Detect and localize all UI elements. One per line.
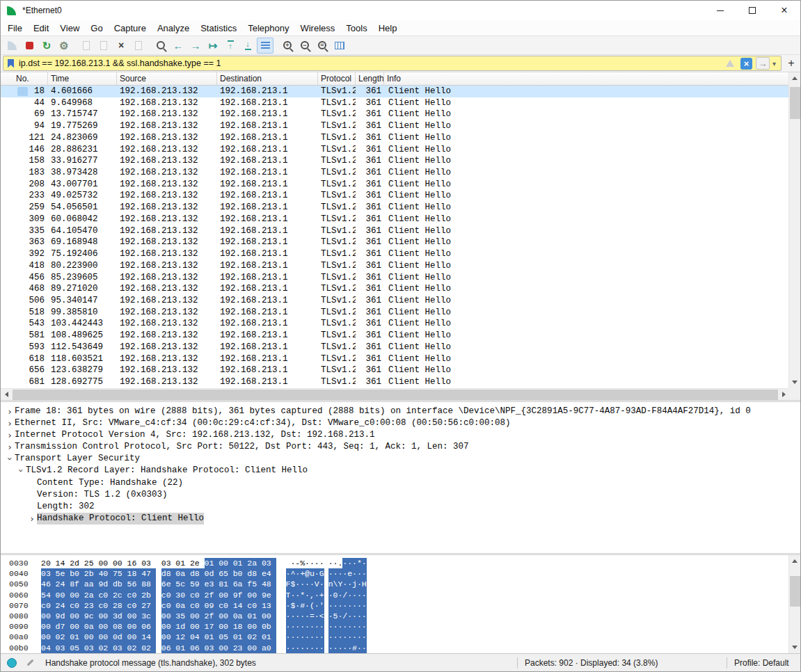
packet-row[interactable]: 543103.442443192.168.213.132192.168.213.…: [1, 318, 790, 330]
menu-edit[interactable]: Edit: [28, 23, 54, 33]
zoom-in-button[interactable]: +: [279, 38, 296, 54]
go-back-button[interactable]: ←: [170, 38, 187, 54]
scroll-up-button[interactable]: [789, 72, 801, 84]
details-line[interactable]: ›Transmission Control Protocol, Src Port…: [1, 441, 800, 453]
filter-dropdown-icon[interactable]: ▾: [772, 60, 776, 67]
packet-row[interactable]: 23349.025732192.168.213.132192.168.213.1…: [1, 190, 790, 202]
packet-row[interactable]: 14628.886231192.168.213.132192.168.213.1…: [1, 144, 790, 156]
go-first-button[interactable]: ↑: [222, 38, 239, 54]
filter-bookmark-icon[interactable]: [8, 59, 14, 68]
menu-help[interactable]: Help: [373, 23, 403, 33]
hscrollbar-thumb[interactable]: [13, 390, 778, 400]
details-line[interactable]: ›Transport Layer Security: [1, 453, 800, 465]
packet-row[interactable]: 184.601666192.168.213.132192.168.213.1TL…: [1, 86, 790, 97]
details-line[interactable]: ›Handshake Protocol: Client Hello: [1, 513, 800, 525]
packet-row[interactable]: 449.649968192.168.213.132192.168.213.1TL…: [1, 97, 790, 109]
expander-icon[interactable]: ›: [5, 417, 15, 429]
zoom-reset-button[interactable]: =: [314, 38, 331, 54]
details-line[interactable]: ›Internet Protocol Version 4, Src: 192.1…: [1, 429, 800, 441]
hex-row[interactable]: 00b0040305030203020206010603002300a0····…: [9, 643, 800, 653]
packet-row[interactable]: 681128.692775192.168.213.132192.168.213.…: [1, 376, 790, 388]
resize-columns-button[interactable]: [331, 38, 348, 54]
details-line[interactable]: ›TLSv1.2 Record Layer: Handshake Protoco…: [1, 465, 800, 477]
scroll-left-button[interactable]: [1, 389, 13, 401]
menu-view[interactable]: View: [54, 23, 85, 33]
packet-row[interactable]: 36369.168948192.168.213.132192.168.213.1…: [1, 237, 790, 248]
menu-tools[interactable]: Tools: [340, 23, 372, 33]
packet-row[interactable]: 593112.543649192.168.213.132192.168.213.…: [1, 342, 790, 353]
bytes-vscrollbar-thumb[interactable]: [790, 576, 800, 607]
hex-row[interactable]: 00605400002ac02cc02bc030c02f009f009eT··*…: [9, 590, 800, 600]
column-header-info[interactable]: Info: [384, 72, 790, 85]
go-last-button[interactable]: ↓: [239, 38, 256, 54]
column-header-protocol[interactable]: Protocol: [318, 72, 356, 85]
close-button[interactable]: ×: [768, 1, 800, 20]
display-filter-input[interactable]: [19, 58, 726, 68]
expander-icon[interactable]: ›: [15, 466, 26, 476]
capture-comment-icon[interactable]: [27, 659, 34, 666]
details-line[interactable]: Length: 302: [1, 501, 800, 513]
packet-row[interactable]: 656123.638279192.168.213.132192.168.213.…: [1, 365, 790, 376]
reload-file-button[interactable]: [130, 38, 147, 54]
packet-row[interactable]: 9419.775269192.168.213.132192.168.213.1T…: [1, 120, 790, 132]
menu-capture[interactable]: Capture: [109, 23, 152, 33]
find-packet-button[interactable]: [152, 38, 169, 54]
packet-row[interactable]: 51899.385810192.168.213.132192.168.213.1…: [1, 307, 790, 319]
menu-statistics[interactable]: Statistics: [195, 23, 242, 33]
packet-row[interactable]: 12124.823069192.168.213.132192.168.213.1…: [1, 132, 790, 144]
status-profile[interactable]: Profile: Default: [727, 658, 800, 668]
start-capture-button[interactable]: [3, 38, 20, 54]
hex-row[interactable]: 003020142d250000160303012e0100012a03 ·-%…: [9, 558, 800, 568]
menu-file[interactable]: File: [2, 23, 28, 33]
hex-row[interactable]: 0070c024c023c028c027c00ac009c014c013·$·#…: [9, 600, 800, 611]
expander-icon[interactable]: ›: [27, 513, 37, 525]
packet-row[interactable]: 25954.056501192.168.213.132192.168.213.1…: [1, 202, 790, 214]
packet-row[interactable]: 45685.239605192.168.213.132192.168.213.1…: [1, 272, 790, 284]
hex-row[interactable]: 005046248faa9ddb56886e5c59e3816af548F$··…: [9, 579, 800, 589]
packet-row[interactable]: 581108.489625192.168.213.132192.168.213.…: [1, 330, 790, 342]
minimize-button[interactable]: [704, 1, 736, 20]
menu-analyze[interactable]: Analyze: [152, 23, 195, 33]
column-header-time[interactable]: Time: [48, 72, 117, 85]
column-header-length[interactable]: Length: [356, 72, 384, 85]
expander-icon[interactable]: ›: [5, 429, 15, 441]
filter-apply-button[interactable]: →: [756, 57, 770, 70]
details-line[interactable]: ›Ethernet II, Src: VMware_c4:cf:34 (00:0…: [1, 417, 800, 429]
packet-row[interactable]: 50695.340147192.168.213.132192.168.213.1…: [1, 295, 790, 307]
packet-row[interactable]: 618118.603521192.168.213.132192.168.213.…: [1, 353, 790, 365]
packet-row[interactable]: 30960.068042192.168.213.132192.168.213.1…: [1, 214, 790, 225]
packet-row[interactable]: 39275.192406192.168.213.132192.168.213.1…: [1, 248, 790, 260]
packet-row[interactable]: 33564.105470192.168.213.132192.168.213.1…: [1, 225, 790, 237]
zoom-out-button[interactable]: −: [296, 38, 313, 54]
packet-row[interactable]: 18338.973428192.168.213.132192.168.213.1…: [1, 167, 790, 179]
expander-icon[interactable]: ›: [3, 454, 15, 464]
menu-wireless[interactable]: Wireless: [294, 23, 340, 33]
details-line[interactable]: Version: TLS 1.2 (0x0303): [1, 489, 800, 501]
bytes-scroll-up-button[interactable]: [789, 555, 800, 567]
auto-scroll-button[interactable]: [257, 38, 273, 54]
column-header-no[interactable]: No.: [1, 72, 48, 85]
expert-info-icon[interactable]: [7, 658, 17, 668]
expander-icon[interactable]: ›: [5, 441, 15, 453]
bytes-scroll-down-button[interactable]: [789, 641, 800, 653]
details-line[interactable]: Content Type: Handshake (22): [1, 477, 800, 489]
hex-row[interactable]: 0080009d009c003d003c0035002f000a0100····…: [9, 611, 800, 621]
packet-row[interactable]: 6913.715747192.168.213.132192.168.213.1T…: [1, 109, 790, 120]
packet-row[interactable]: 41880.223900192.168.213.132192.168.213.1…: [1, 260, 790, 272]
maximize-button[interactable]: [736, 1, 768, 20]
column-header-source[interactable]: Source: [117, 72, 217, 85]
go-to-packet-button[interactable]: ↦: [205, 38, 221, 54]
go-forward-button[interactable]: →: [187, 38, 204, 54]
details-line[interactable]: ›Frame 18: 361 bytes on wire (2888 bits)…: [1, 406, 800, 417]
expander-icon[interactable]: ›: [5, 406, 15, 417]
packet-row[interactable]: 20843.007701192.168.213.132192.168.213.1…: [1, 179, 790, 191]
open-file-button[interactable]: [78, 38, 95, 54]
scroll-down-button[interactable]: [789, 376, 801, 388]
hex-row[interactable]: 009000d7000a00080006001d00170018000b····…: [9, 621, 800, 632]
close-file-button[interactable]: ×: [113, 38, 129, 54]
filter-add-button[interactable]: +: [784, 56, 798, 70]
hex-row[interactable]: 0040035eb02b40751847d80ad80d65b0d8e4·^·+…: [9, 568, 800, 579]
restart-capture-button[interactable]: ↻: [38, 38, 55, 54]
menu-go[interactable]: Go: [85, 23, 108, 33]
capture-options-button[interactable]: ⚙: [56, 38, 72, 54]
